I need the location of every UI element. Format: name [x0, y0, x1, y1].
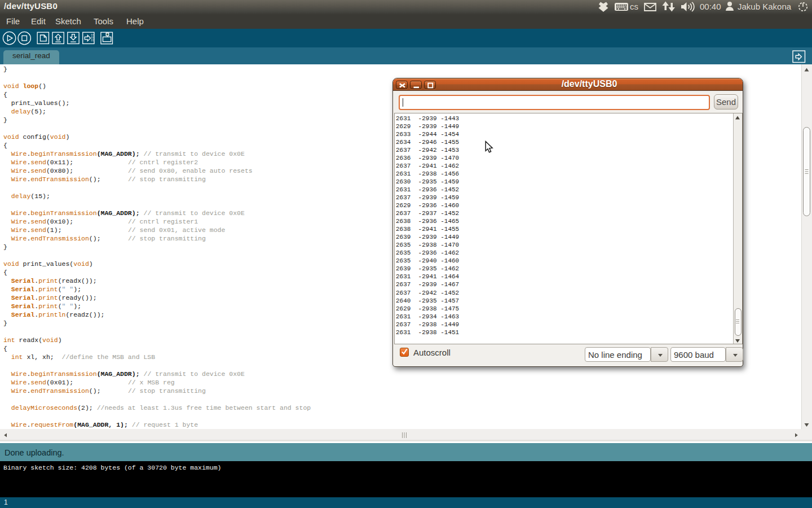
svg-text:cs: cs [630, 2, 638, 11]
svg-text:Jakub Kakona: Jakub Kakona [738, 2, 792, 11]
svg-text:00:40: 00:40 [700, 2, 721, 11]
